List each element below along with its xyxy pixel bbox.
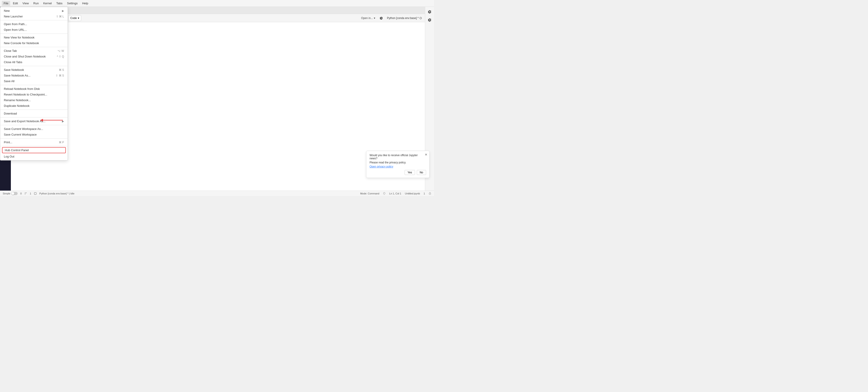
menu-item-print[interactable]: Print... ⌘ P: [0, 139, 68, 145]
statusbar-count: 1: [424, 192, 425, 195]
menu-item-logout[interactable]: Log Out: [0, 154, 68, 159]
menu-help[interactable]: Help: [80, 1, 90, 6]
statusbar-number: 1: [30, 192, 31, 195]
statusbar-right: Mode: Command Ln 1, Col 1 Untitled.ipynb…: [360, 192, 431, 195]
menu-item-download[interactable]: Download: [0, 111, 68, 116]
notification-no-button[interactable]: No: [417, 170, 426, 175]
property-inspector-icon[interactable]: [427, 8, 433, 15]
statusbar-mode: Mode: Command: [360, 192, 379, 195]
statusbar-position: Ln 1, Col 1: [389, 192, 401, 195]
tab-bar: 1.ipynb ✕ +: [11, 7, 425, 14]
menu-item-close-tab[interactable]: Close Tab ⌥ W: [0, 48, 68, 54]
settings-icon-top-right[interactable]: [378, 15, 384, 21]
sep-2: [0, 33, 68, 34]
sep-9: [0, 138, 68, 139]
chevron-down-icon-2: ▾: [374, 17, 375, 20]
menu-item-save-workspace-as[interactable]: Save Current Workspace As...: [0, 126, 68, 132]
notification-buttons: Yes No: [370, 170, 426, 175]
shield-icon: [383, 192, 385, 195]
svg-rect-13: [34, 192, 36, 194]
notification-link-row: Open privacy policy: [370, 165, 426, 168]
menu-item-rename[interactable]: Rename Notebook...: [0, 97, 68, 103]
menu-item-hub-control-panel[interactable]: Hub Control Panel: [2, 147, 66, 153]
statusbar: Simple 0 1 Python [conda env:base] * | I…: [0, 191, 434, 196]
menu-item-open-url[interactable]: Open from URL...: [0, 27, 68, 33]
notebook-icon: [34, 192, 37, 195]
cell-type-select[interactable]: Code ▾: [68, 15, 81, 21]
menu-view[interactable]: View: [21, 1, 31, 6]
cell-input-code[interactable]: print(10);: [30, 24, 425, 30]
notebook-toolbar: Code ▾ Open in... ▾ Python [conda env:ba…: [11, 14, 425, 22]
submenu-arrow: ▶: [62, 9, 64, 12]
simple-mode-toggle[interactable]: Simple: [3, 192, 18, 195]
statusbar-kernel: Python [conda env:base] * | Idle: [39, 192, 74, 195]
notification-popup: ✕ Would you like to receive official Jup…: [366, 151, 430, 178]
kernel-circle-icon: [420, 17, 422, 19]
svg-point-10: [25, 193, 25, 193]
svg-point-12: [26, 193, 27, 193]
statusbar-notebook-name: Untitled.ipynb: [405, 192, 420, 195]
statusbar-branch: 0: [20, 192, 22, 195]
menu-item-new[interactable]: New ▶: [0, 8, 68, 13]
simple-label: Simple: [3, 192, 10, 195]
menu-item-duplicate[interactable]: Duplicate Notebook: [0, 103, 68, 109]
menu-edit[interactable]: Edit: [11, 1, 20, 6]
notification-title: Would you like to receive official Jupyt…: [370, 154, 426, 160]
menu-item-close-all[interactable]: Close All Tabs: [0, 59, 68, 65]
sep-8: [0, 125, 68, 125]
menubar: File Edit View Run Kernel Tabs Settings …: [0, 0, 434, 7]
cell-2: [ ]:: [11, 36, 425, 42]
notification-body: Please read the privacy policy.: [370, 161, 426, 164]
toggle-thumb: [11, 192, 14, 195]
cell-output-row: 10: [11, 30, 425, 36]
sep-4: [0, 66, 68, 66]
annotation-arrow: [38, 117, 65, 123]
notification-yes-button[interactable]: Yes: [405, 170, 415, 175]
menu-item-revert[interactable]: Revert Notebook to Checkpoint...: [0, 92, 68, 97]
menu-item-save-notebook-as[interactable]: Save Notebook As... ⇧ ⌘ S: [0, 73, 68, 78]
open-in-label: Open in...: [361, 17, 373, 20]
svg-point-11: [25, 194, 25, 194]
menu-item-save-workspace[interactable]: Save Current Workspace: [0, 132, 68, 137]
sep-3: [0, 47, 68, 47]
cell-1: [1]: print(10);: [11, 24, 425, 30]
menu-file[interactable]: File: [2, 1, 10, 6]
menu-run[interactable]: Run: [31, 1, 40, 6]
menu-item-save-all[interactable]: Save All: [0, 78, 68, 84]
menu-item-new-launcher[interactable]: New Launcher ⇧ ⌘ L: [0, 13, 68, 19]
open-in-button[interactable]: Open in... ▾: [360, 16, 377, 20]
statusbar-left: Simple 0 1 Python [conda env:base] * | I…: [3, 192, 74, 195]
menu-kernel[interactable]: Kernel: [41, 1, 54, 6]
toolbar-right: Open in... ▾ Python [conda env:base] *: [360, 15, 423, 21]
cell-container: [1]: print(10); 10 [ ]:: [11, 22, 425, 191]
menu-item-new-console[interactable]: New Console for Notebook: [0, 40, 68, 46]
menu-settings[interactable]: Settings: [65, 1, 80, 6]
notification-close-button[interactable]: ✕: [425, 153, 428, 157]
menu-item-close-shutdown[interactable]: Close and Shut Down Notebook ^ ⇧ Q: [0, 54, 68, 59]
kernel-status[interactable]: Python [conda env:base] *: [385, 16, 423, 20]
kernel-label: Python [conda env:base] *: [387, 17, 418, 20]
svg-marker-15: [40, 119, 43, 121]
menu-item-open-path[interactable]: Open from Path...: [0, 21, 68, 27]
menu-item-new-view[interactable]: New View for Notebook: [0, 35, 68, 40]
git-icon: [24, 192, 27, 195]
editor-area: 1.ipynb ✕ +: [11, 7, 425, 191]
menu-tabs[interactable]: Tabs: [55, 1, 64, 6]
menu-item-save-notebook[interactable]: Save Notebook ⌘ S: [0, 67, 68, 73]
menu-item-reload[interactable]: Reload Notebook from Disk: [0, 86, 68, 92]
bell-icon: [429, 192, 431, 195]
file-dropdown-menu: New ▶ New Launcher ⇧ ⌘ L Open from Path.…: [0, 7, 68, 161]
cell-2-input[interactable]: [30, 37, 425, 41]
chevron-down-icon: ▾: [78, 17, 79, 20]
open-privacy-policy-link[interactable]: Open privacy policy: [370, 165, 393, 168]
settings-icon-right[interactable]: [427, 17, 433, 23]
toggle-track[interactable]: [11, 192, 18, 195]
